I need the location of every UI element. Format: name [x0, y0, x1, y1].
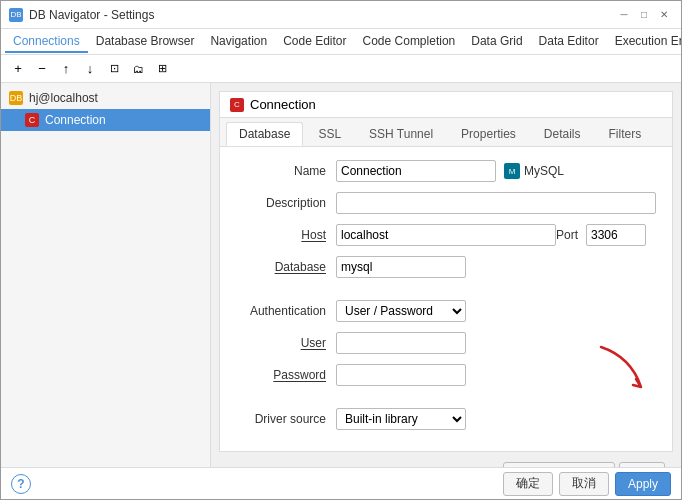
menu-item-data-grid[interactable]: Data Grid — [463, 31, 530, 53]
name-row: Name M MySQL — [236, 159, 656, 183]
sidebar-label-connection: Connection — [45, 113, 106, 127]
close-button[interactable]: ✕ — [655, 6, 673, 24]
tab-ssl[interactable]: SSL — [305, 122, 354, 146]
detail-panel: C Connection Database SSL SSH Tunnel Pro… — [211, 83, 681, 467]
menu-item-navigation[interactable]: Navigation — [202, 31, 275, 53]
tabs: Database SSL SSH Tunnel Properties Detai… — [220, 118, 672, 147]
menu-bar: Connections Database Browser Navigation … — [1, 29, 681, 55]
menu-item-execution-engine[interactable]: Execution Engine — [607, 31, 681, 53]
panel-header: C Connection — [219, 91, 673, 117]
move-up-button[interactable]: ↑ — [55, 58, 77, 80]
mysql-badge: M MySQL — [504, 163, 564, 179]
database-input[interactable] — [336, 256, 466, 278]
title-controls: ─ □ ✕ — [615, 6, 673, 24]
tab-details[interactable]: Details — [531, 122, 594, 146]
authentication-label: Authentication — [236, 304, 336, 318]
main-content: DB hj@localhost C Connection C Connectio… — [1, 83, 681, 467]
db-icon: DB — [9, 91, 23, 105]
menu-item-code-completion[interactable]: Code Completion — [355, 31, 464, 53]
mysql-label: MySQL — [524, 164, 564, 178]
panel-header-icon: C — [230, 98, 244, 112]
panel-body: Database SSL SSH Tunnel Properties Detai… — [219, 117, 673, 452]
title-bar-left: DB DB Navigator - Settings — [9, 8, 154, 22]
driver-source-label: Driver source — [236, 412, 336, 426]
menu-item-code-editor[interactable]: Code Editor — [275, 31, 354, 53]
group-button[interactable]: 🗂 — [127, 58, 149, 80]
menu-item-connections[interactable]: Connections — [5, 31, 88, 53]
driver-source-select[interactable]: Built-in library Custom Maven Central — [336, 408, 466, 430]
description-label: Description — [236, 196, 336, 210]
test-connection-button[interactable]: Test Connection — [503, 462, 615, 467]
app-icon: DB — [9, 8, 23, 22]
separator1 — [236, 287, 656, 299]
remove-button[interactable]: − — [31, 58, 53, 80]
action-buttons: Test Connection Info — [503, 462, 665, 467]
password-input[interactable] — [336, 364, 466, 386]
user-row: User — [236, 331, 656, 355]
confirm-button[interactable]: 确定 — [503, 472, 553, 496]
panel-header-label: Connection — [250, 97, 316, 112]
tab-ssh-tunnel[interactable]: SSH Tunnel — [356, 122, 446, 146]
info-button[interactable]: Info — [619, 462, 665, 467]
user-input[interactable] — [336, 332, 466, 354]
host-input[interactable] — [336, 224, 556, 246]
host-label: Host — [236, 228, 336, 242]
footer: ? 确定 取消 Apply — [1, 467, 681, 499]
user-label: User — [236, 336, 336, 350]
menu-item-database-browser[interactable]: Database Browser — [88, 31, 203, 53]
separator2 — [236, 395, 656, 407]
sidebar-item-hj-localhost[interactable]: DB hj@localhost — [1, 87, 210, 109]
password-row: Password — [236, 363, 656, 387]
copy-button[interactable]: ⊡ — [103, 58, 125, 80]
tab-filters[interactable]: Filters — [596, 122, 655, 146]
authentication-row: Authentication User / Password No Auth L… — [236, 299, 656, 323]
maximize-button[interactable]: □ — [635, 6, 653, 24]
settings-window: DB DB Navigator - Settings ─ □ ✕ Connect… — [0, 0, 682, 500]
window-title: DB Navigator - Settings — [29, 8, 154, 22]
menu-item-data-editor[interactable]: Data Editor — [531, 31, 607, 53]
form-area: Name M MySQL Description — [220, 147, 672, 451]
port-label: Port — [556, 228, 578, 242]
toolbar: + − ↑ ↓ ⊡ 🗂 ⊞ — [1, 55, 681, 83]
footer-right: 确定 取消 Apply — [503, 472, 671, 496]
password-label: Password — [236, 368, 336, 382]
sidebar-label-hj-localhost: hj@localhost — [29, 91, 98, 105]
add-button[interactable]: + — [7, 58, 29, 80]
minimize-button[interactable]: ─ — [615, 6, 633, 24]
sidebar: DB hj@localhost C Connection — [1, 83, 211, 467]
database-row: Database — [236, 255, 656, 279]
mysql-icon: M — [504, 163, 520, 179]
footer-left: ? — [11, 474, 31, 494]
filter-button[interactable]: ⊞ — [151, 58, 173, 80]
move-down-button[interactable]: ↓ — [79, 58, 101, 80]
panel-wrapper: C Connection Database SSL SSH Tunnel Pro… — [211, 83, 681, 467]
cancel-button[interactable]: 取消 — [559, 472, 609, 496]
port-group: Port — [556, 224, 646, 246]
driver-source-row: Driver source Built-in library Custom Ma… — [236, 407, 656, 431]
title-bar: DB DB Navigator - Settings ─ □ ✕ — [1, 1, 681, 29]
description-input[interactable] — [336, 192, 656, 214]
name-label: Name — [236, 164, 336, 178]
help-button[interactable]: ? — [11, 474, 31, 494]
database-label: Database — [236, 260, 336, 274]
sidebar-item-connection[interactable]: C Connection — [1, 109, 210, 131]
port-input[interactable] — [586, 224, 646, 246]
tab-database[interactable]: Database — [226, 122, 303, 146]
panel-bottom-bar: Active Test Connection Info — [219, 456, 673, 467]
name-input[interactable] — [336, 160, 496, 182]
description-row: Description — [236, 191, 656, 215]
tab-properties[interactable]: Properties — [448, 122, 529, 146]
authentication-select[interactable]: User / Password No Auth LDAP Kerberos — [336, 300, 466, 322]
host-row: Host Port — [236, 223, 656, 247]
conn-icon: C — [25, 113, 39, 127]
apply-button[interactable]: Apply — [615, 472, 671, 496]
